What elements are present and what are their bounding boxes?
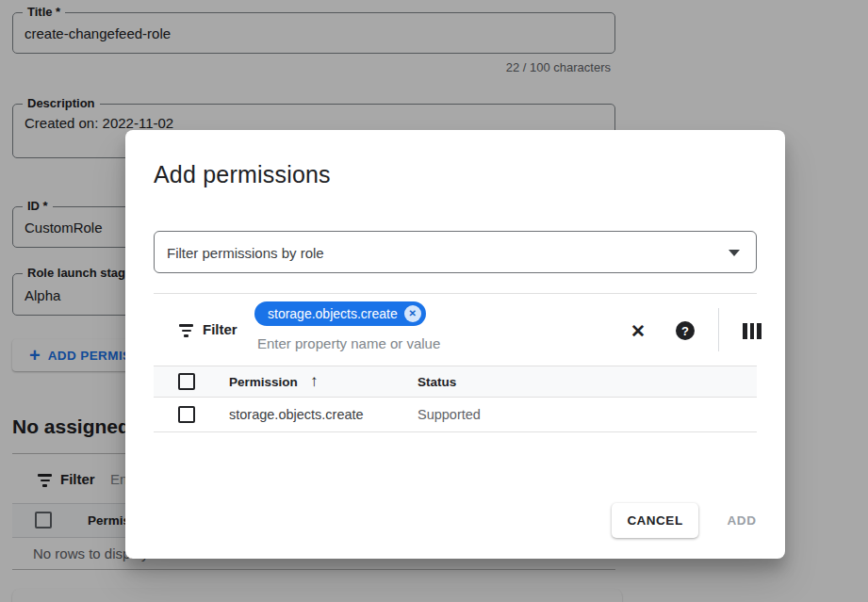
dialog-title: Add permissions — [154, 161, 331, 188]
chip-remove-icon[interactable]: ✕ — [404, 305, 421, 322]
dropdown-arrow-icon — [729, 250, 740, 256]
role-select-placeholder: Filter permissions by role — [167, 244, 324, 260]
cancel-button[interactable]: CANCEL — [612, 503, 698, 538]
clear-filters-button[interactable]: ✕ — [624, 317, 652, 345]
close-icon: ✕ — [631, 322, 646, 340]
filter-label: Filter — [203, 321, 237, 337]
columns-icon — [743, 323, 762, 339]
add-button[interactable]: ADD — [715, 503, 768, 538]
column-header-permission[interactable]: Permission — [229, 375, 298, 389]
filter-chip[interactable]: storage.objects.create ✕ — [254, 301, 426, 326]
toolbar-divider — [718, 308, 719, 351]
filter-chip-label: storage.objects.create — [268, 306, 398, 321]
column-display-button[interactable] — [738, 317, 766, 345]
row-checkbox[interactable] — [178, 406, 195, 423]
screen: Title * create-changefeed-role 22 / 100 … — [0, 0, 868, 602]
table-row[interactable]: storage.objects.create Supported — [154, 398, 757, 432]
column-header-status[interactable]: Status — [418, 375, 456, 389]
help-icon: ? — [676, 321, 695, 340]
add-permissions-dialog: Add permissions Filter permissions by ro… — [125, 130, 785, 559]
select-all-checkbox[interactable] — [178, 373, 195, 390]
permissions-table-header: Permission ↑ Status — [154, 366, 757, 398]
filter-permissions-by-role-select[interactable]: Filter permissions by role — [154, 231, 757, 273]
row-permission-cell: storage.objects.create — [229, 407, 364, 422]
filter-toolbar: Filter storage.objects.create ✕ ✕ ? — [154, 293, 757, 366]
sort-ascending-icon[interactable]: ↑ — [310, 372, 319, 391]
filter-input[interactable] — [257, 335, 502, 351]
filter-help-button[interactable]: ? — [671, 317, 699, 345]
filter-icon — [179, 324, 193, 337]
row-status-cell: Supported — [418, 407, 481, 422]
